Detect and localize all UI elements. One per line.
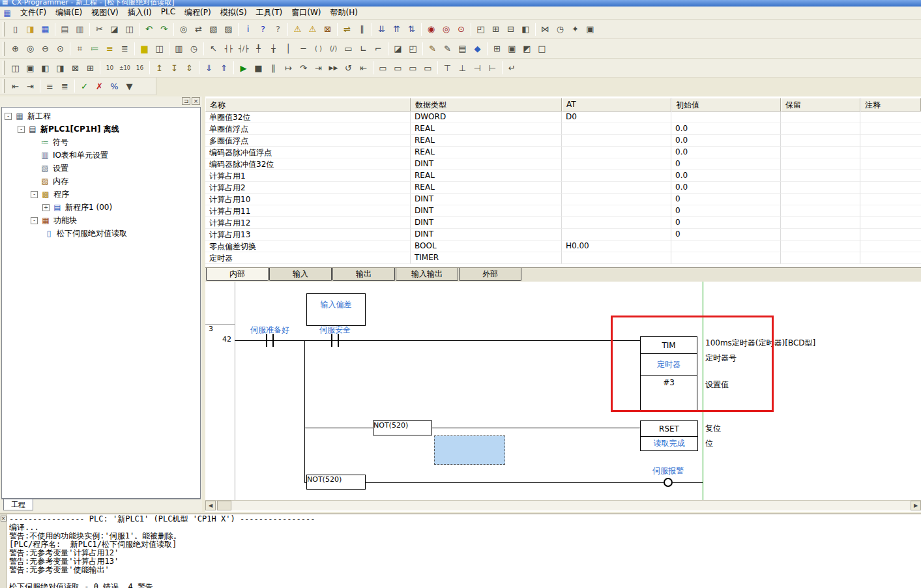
force-off-icon[interactable]: ⊥	[455, 61, 470, 75]
cell-data-type[interactable]: REAL	[411, 182, 562, 194]
cell-initial-value[interactable]: 0	[671, 217, 781, 229]
program-check-icon[interactable]: ⊠	[320, 22, 335, 37]
cell-comment[interactable]	[860, 205, 921, 217]
scrollbar-thumb[interactable]	[217, 501, 231, 510]
tree-item-io-table[interactable]: ▥ IO表和单元设置	[2, 149, 200, 162]
cross-icon[interactable]: ✗	[92, 79, 107, 93]
collapse-icon[interactable]: -	[18, 126, 25, 133]
toolbar-grip[interactable]	[3, 42, 5, 56]
column-header[interactable]: 初始值	[671, 98, 781, 111]
window-cascade-icon[interactable]: ⊞	[488, 22, 503, 37]
cell-at[interactable]: H0.00	[562, 241, 671, 252]
display-decimal-icon[interactable]: 10	[102, 61, 117, 75]
tab-external[interactable]: 外部	[459, 268, 521, 281]
sim-step-icon[interactable]: ↦	[281, 61, 296, 75]
cell-initial-value[interactable]: 0.0	[671, 135, 781, 147]
monitor-icon[interactable]: ◉	[424, 22, 439, 37]
cell-at[interactable]	[562, 158, 671, 170]
undo-icon[interactable]: ↶	[141, 22, 156, 37]
redo-icon[interactable]: ↷	[156, 22, 171, 37]
window-new-icon[interactable]: ◫	[8, 61, 23, 75]
cell-initial-value[interactable]: 0	[671, 229, 781, 241]
cell-at[interactable]	[562, 229, 671, 241]
cell-initial-value[interactable]	[671, 111, 781, 123]
单圈值32位[interactable]: 单圈值32位 DWORD D0	[205, 111, 921, 123]
display-hex-icon[interactable]: 16	[132, 61, 147, 75]
bookmark-icon[interactable]: ◆	[470, 42, 485, 56]
cell-comment[interactable]	[860, 194, 921, 205]
rung-comment-icon[interactable]: ✎	[440, 42, 455, 56]
cell-initial-value[interactable]: 0	[671, 205, 781, 217]
cell-name[interactable]: 计算占用12	[205, 217, 411, 229]
compile-icon[interactable]: ⚠	[290, 22, 305, 37]
mdi-child-icon[interactable]: ▦	[2, 8, 12, 18]
tree-item-program1[interactable]: + ▤ 新程序1 (00)	[2, 201, 200, 214]
coil-operand-label[interactable]: 伺服报警	[652, 465, 684, 477]
计算占用1[interactable]: 计算占用1 REAL 0.0	[205, 170, 921, 182]
contact-servo-ready[interactable]	[264, 334, 276, 347]
cell-initial-value[interactable]: 0.0	[671, 123, 781, 135]
dock-icon[interactable]: ⊐	[182, 97, 190, 105]
window-tile-v-icon[interactable]: ◧	[518, 22, 533, 37]
menu-item[interactable]: 插入(I)	[123, 6, 156, 20]
menu-item[interactable]: 文件(F)	[16, 6, 51, 20]
cell-name[interactable]: 编码器脉冲值浮点	[205, 147, 411, 158]
cell-retain[interactable]	[781, 158, 860, 170]
mem-transfer-icon[interactable]: ▭	[405, 61, 420, 75]
comment-icon[interactable]: ✎	[425, 42, 440, 56]
window-views-icon[interactable]: ⊞	[83, 61, 98, 75]
browse-icon[interactable]: ◪	[390, 42, 405, 56]
计算占用10[interactable]: 计算占用10 DINT 0	[205, 194, 921, 205]
cell-data-type[interactable]: REAL	[411, 135, 562, 147]
find-icon[interactable]: ◎	[176, 22, 191, 37]
box-operand-label[interactable]: 输入偏差	[321, 299, 352, 310]
print-preview-icon[interactable]: ▥	[72, 22, 87, 37]
cell-comment[interactable]	[860, 147, 921, 158]
pause-monitor-icon[interactable]: ‖	[355, 22, 370, 37]
window-split-icon[interactable]: ◰	[473, 22, 488, 37]
address-ref-icon[interactable]: ⊞	[490, 42, 504, 56]
cell-retain[interactable]	[781, 241, 860, 252]
cell-data-type[interactable]: DINT	[411, 158, 562, 170]
block-comment-icon[interactable]: ▤	[455, 42, 470, 56]
force-cancel-icon[interactable]: ⊣	[470, 61, 485, 75]
help-icon[interactable]: ?	[256, 22, 270, 37]
display-signed-decimal-icon[interactable]: ±10	[117, 61, 132, 75]
mnemonic-view-icon[interactable]: ≣	[117, 42, 132, 56]
cell-initial-value[interactable]	[671, 252, 781, 264]
expand-icon[interactable]: +	[42, 204, 50, 211]
column-header[interactable]: AT	[562, 98, 671, 111]
toolbar-grip[interactable]	[3, 79, 5, 93]
cell-name[interactable]: 定时器	[205, 252, 411, 264]
cell-data-type[interactable]: DINT	[411, 205, 562, 217]
ladder-browser-icon[interactable]: ◰	[405, 42, 420, 56]
check-icon[interactable]: ✓	[77, 79, 92, 93]
window-prev-icon[interactable]: ◧	[38, 61, 53, 75]
sim-reset-icon[interactable]: ⇤	[356, 61, 371, 75]
cell-at[interactable]	[562, 170, 671, 182]
cell-retain[interactable]	[781, 182, 860, 194]
cell-name[interactable]: 计算占用13	[205, 229, 411, 241]
compile-all-icon[interactable]: ⚠	[305, 22, 320, 37]
context-help-icon[interactable]: ?	[270, 22, 285, 37]
move-down-icon[interactable]: ↧	[167, 61, 182, 75]
io-comment-icon[interactable]: ▣	[504, 42, 519, 56]
rung-list-icon[interactable]: ≡	[102, 42, 117, 56]
cell-comment[interactable]	[860, 135, 921, 147]
定时器[interactable]: 定时器 TIMER	[205, 252, 921, 264]
properties-icon[interactable]: ▣	[583, 22, 598, 37]
new-or-closed-contact-icon[interactable]: ╁	[266, 42, 281, 56]
cell-name[interactable]: 计算占用2	[205, 182, 411, 194]
new-closed-coil-icon[interactable]: (/)	[326, 42, 341, 56]
sim-stop-icon[interactable]: ■	[251, 61, 266, 75]
used-flag-icon[interactable]: ◩	[519, 42, 534, 56]
tab-input-output[interactable]: 输入输出	[396, 268, 458, 281]
vertical-line-icon[interactable]: │	[281, 42, 296, 56]
tab-input[interactable]: 输入	[269, 268, 332, 281]
cell-name[interactable]: 单圈值32位	[205, 111, 411, 123]
window-tile-h-icon[interactable]: ⊟	[503, 22, 518, 37]
cell-name[interactable]: 编码器脉冲值32位	[205, 158, 411, 170]
hilite-icon[interactable]: ▆	[137, 42, 152, 56]
menu-item[interactable]: 编程(P)	[180, 6, 216, 20]
force-on-icon[interactable]: ⊤	[440, 61, 455, 75]
